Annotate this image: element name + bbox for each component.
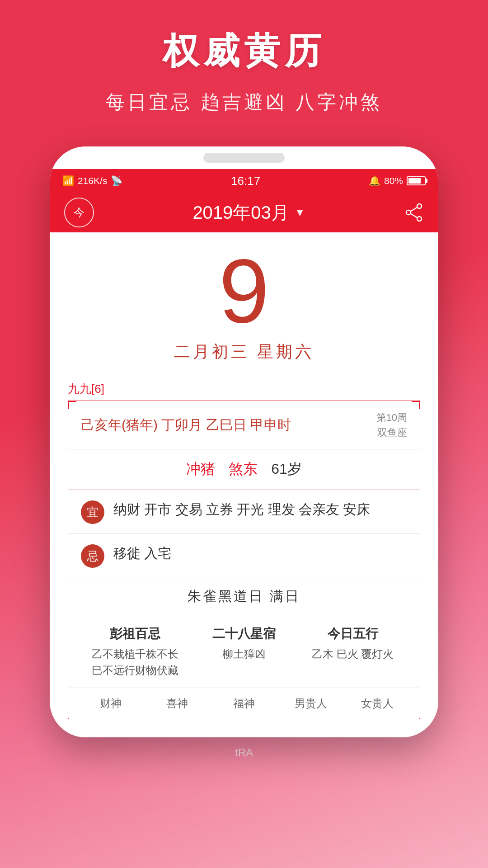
god-xishen: 喜神: [144, 696, 211, 711]
pengzu-title: 彭祖百忌: [110, 625, 160, 642]
month-title-text: 2019年03月: [192, 200, 289, 225]
wuxing-item: 今日五行 乙木 巳火 覆灯火: [298, 625, 407, 679]
wuxing-title: 今日五行: [328, 625, 378, 642]
god-label-5: 女贵人: [361, 696, 394, 711]
info-grid-row: 彭祖百忌 乙不栽植千株不长 巳不远行财物伏藏 二十八星宿 柳土獐凶 今日五行 乙…: [68, 616, 420, 688]
god-label-3: 福神: [233, 696, 255, 711]
svg-line-4: [411, 214, 418, 218]
status-bar: 📶 216K/s 📡 16:17 🔔 80%: [50, 169, 438, 193]
ganzhi-zodiac: 双鱼座: [376, 425, 407, 440]
special-day-row: 朱雀黑道日 满日: [68, 577, 420, 616]
phone-frame: 📶 216K/s 📡 16:17 🔔 80% 今 2019年03月 ▼: [50, 146, 438, 737]
main-content: 9 二月初三 星期六 九九[6] 己亥年(猪年) 丁卯月 乙巳日 甲申时 第10…: [50, 232, 438, 737]
month-selector[interactable]: 2019年03月 ▼: [192, 200, 305, 225]
god-label-1: 财神: [100, 696, 122, 711]
chong-sha-row: 冲猪 煞东 61岁: [68, 449, 420, 490]
ganzhi-row: 己亥年(猪年) 丁卯月 乙巳日 甲申时 第10周 双鱼座: [68, 401, 420, 449]
chong-label: 冲猪: [186, 459, 215, 479]
app-title: 权威黄历: [163, 27, 325, 76]
share-icon: [404, 203, 424, 222]
date-display: 9 二月初三 星期六: [68, 232, 420, 372]
battery-text: 80%: [384, 175, 403, 186]
yi-row: 宜 纳财 开市 交易 立券 开光 理发 会亲友 安床: [68, 490, 420, 533]
signal-icon: 📶: [62, 175, 74, 186]
svg-point-1: [406, 210, 411, 215]
watermark-text: tRA: [235, 746, 253, 759]
status-time: 16:17: [231, 174, 260, 188]
detail-card: 己亥年(猪年) 丁卯月 乙巳日 甲申时 第10周 双鱼座 冲猪 煞东 61岁 宜…: [68, 401, 420, 719]
today-label: 今: [74, 205, 84, 220]
pengzu-item: 彭祖百忌 乙不栽植千株不长 巳不远行财物伏藏: [81, 625, 190, 679]
god-nvguiren: 女贵人: [344, 696, 411, 711]
day-number: 9: [219, 246, 269, 336]
pengzu-line1: 乙不栽植千株不长: [92, 646, 178, 662]
gods-row: 财神 喜神 福神 男贵人 女贵人: [68, 688, 420, 719]
ji-row: 忌 移徙 入宅: [68, 533, 420, 577]
nine-nine-label: 九九[6]: [68, 381, 420, 397]
alarm-icon: 🔔: [369, 175, 380, 186]
ganzhi-week: 第10周: [376, 410, 407, 425]
svg-point-2: [417, 217, 422, 221]
battery-bar: [407, 176, 426, 185]
age-value: 61岁: [271, 459, 302, 479]
god-nanguiren: 男贵人: [277, 696, 344, 711]
ganzhi-side: 第10周 双鱼座: [376, 410, 407, 440]
phone-notch: [50, 146, 438, 169]
speed-text: 216K/s: [78, 175, 107, 186]
phone-speaker: [203, 153, 285, 163]
today-button[interactable]: 今: [64, 198, 94, 227]
god-caishen: 财神: [77, 696, 144, 711]
ganzhi-main: 己亥年(猪年) 丁卯月 乙巳日 甲申时: [81, 416, 291, 434]
god-label-2: 喜神: [166, 696, 188, 711]
battery-fill: [408, 178, 421, 184]
wuxing-content: 乙木 巳火 覆灯火: [312, 646, 394, 662]
stars-title: 二十八星宿: [212, 625, 276, 642]
status-right: 🔔 80%: [369, 175, 426, 186]
battery-icon: [407, 176, 426, 185]
yi-badge: 宜: [81, 500, 104, 524]
bottom-watermark: tRA: [0, 737, 488, 768]
svg-point-0: [417, 204, 422, 208]
pengzu-line2: 巳不远行财物伏藏: [92, 662, 178, 679]
stars-content: 柳土獐凶: [222, 646, 266, 662]
stars-item: 二十八星宿 柳土獐凶: [190, 625, 299, 679]
ji-content: 移徙 入宅: [113, 542, 407, 564]
god-label-4: 男贵人: [295, 696, 327, 711]
wifi-icon: 📡: [111, 175, 122, 186]
svg-line-3: [411, 208, 418, 212]
status-left: 📶 216K/s 📡: [62, 175, 122, 186]
pengzu-content: 乙不栽植千株不长 巳不远行财物伏藏: [92, 646, 178, 679]
app-header: 今 2019年03月 ▼: [50, 193, 438, 232]
app-subtitle: 每日宜忌 趋吉避凶 八字冲煞: [106, 90, 382, 115]
lunar-date: 二月初三 星期六: [174, 341, 314, 363]
yi-content: 纳财 开市 交易 立券 开光 理发 会亲友 安床: [113, 499, 407, 520]
god-fushen: 福神: [211, 696, 277, 711]
share-button[interactable]: [404, 203, 424, 222]
dropdown-arrow: ▼: [295, 206, 305, 219]
sha-label: 煞东: [229, 459, 258, 479]
ji-badge: 忌: [81, 544, 104, 568]
